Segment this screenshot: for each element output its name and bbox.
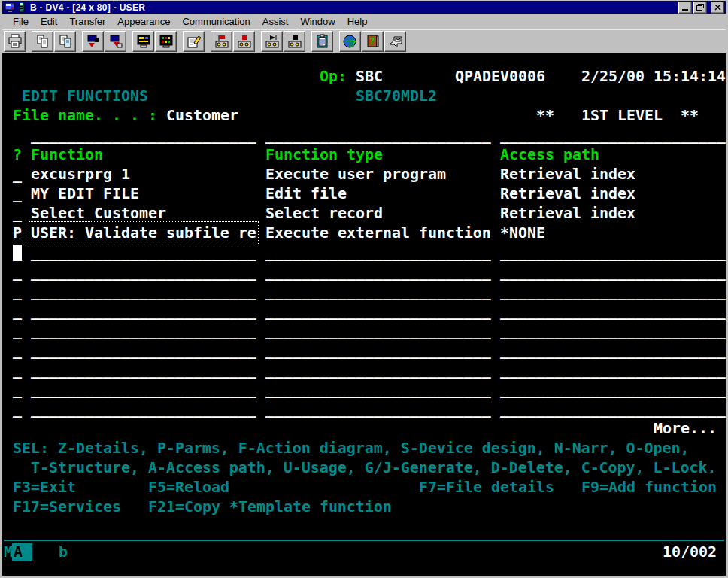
- sel-field[interactable]: _: [13, 360, 22, 380]
- toolbar-notepad-pencil-button[interactable]: [183, 31, 205, 52]
- toolbar-paste-button[interactable]: [54, 31, 76, 52]
- sel-options-line-2: T-Structure, A-Access path, U-Usage, G/J…: [31, 458, 717, 478]
- field-line[interactable]: _________________________: [500, 321, 726, 341]
- app-icon: [4, 2, 15, 13]
- sel-field[interactable]: _: [13, 204, 22, 224]
- sel-field[interactable]: _: [13, 341, 22, 360]
- play-stop-icon: [287, 34, 302, 49]
- function-type-column-header: Function type: [265, 145, 383, 165]
- field-line[interactable]: _________________________: [500, 341, 726, 360]
- close-button[interactable]: [711, 2, 724, 14]
- menu-edit[interactable]: Edit: [35, 15, 63, 28]
- fkey-f5: F5=Reload: [148, 478, 229, 497]
- close-icon: [714, 5, 721, 11]
- terminal-screen[interactable]: M A b 10/002 Op:SBCQPADEV00062/25/00 15:…: [2, 53, 726, 576]
- sel-options-line-1: SEL: Z-Details, P-Parms, F-Action diagra…: [13, 439, 690, 458]
- field-line[interactable]: _________________________: [31, 282, 256, 302]
- toolbar-send-file-button[interactable]: [82, 31, 104, 52]
- menu-window[interactable]: Window: [294, 15, 341, 28]
- paste-icon: [58, 34, 73, 49]
- toolbar-record-start-button[interactable]: [211, 31, 232, 52]
- access-path-column-header: Access path: [500, 145, 599, 165]
- fkey-f9: F9=Add function: [581, 478, 717, 497]
- field-line[interactable]: _________________________: [265, 243, 491, 263]
- field-line[interactable]: _________________________: [31, 360, 256, 380]
- field-line[interactable]: _________________________: [265, 282, 491, 302]
- send-file-icon: [86, 34, 101, 49]
- field-line[interactable]: _________________________: [265, 302, 491, 321]
- menu-communication[interactable]: Communication: [176, 15, 256, 28]
- field-line[interactable]: _________________________: [31, 243, 256, 263]
- toolbar-display-colors-button[interactable]: [132, 31, 154, 52]
- function-name: USER: Validate subfile re: [31, 224, 256, 243]
- field-line[interactable]: _________________________: [265, 341, 491, 360]
- function-type: Select record: [265, 204, 383, 224]
- sel-field[interactable]: _: [13, 243, 22, 263]
- sel-field[interactable]: _: [13, 321, 22, 341]
- minimize-button[interactable]: [678, 2, 692, 14]
- menu-assist[interactable]: Assist: [256, 15, 295, 28]
- op-label: Op:: [320, 67, 347, 87]
- field-line[interactable]: _________________________: [31, 263, 256, 282]
- toolbar-clipboard-button[interactable]: [311, 31, 333, 52]
- field-line[interactable]: _________________________: [500, 360, 726, 380]
- field-line[interactable]: _________________________: [31, 302, 256, 321]
- field-line[interactable]: _________________________: [265, 263, 491, 282]
- svg-text:?: ?: [350, 38, 356, 49]
- clipboard-icon: [315, 34, 330, 49]
- menu-transfer[interactable]: Transfer: [63, 15, 111, 28]
- sel-field[interactable]: _: [13, 184, 22, 204]
- menu-appearance[interactable]: Appearance: [111, 15, 176, 28]
- column-rule: _________________________: [500, 126, 726, 145]
- op-value: SBC: [356, 67, 383, 87]
- field-line[interactable]: _________________________: [500, 380, 726, 400]
- toolbar-help-index-button[interactable]: ?: [362, 31, 384, 52]
- toolbar-color-map-button[interactable]: [155, 31, 177, 52]
- restore-button[interactable]: [693, 2, 707, 14]
- function-name: MY EDIT FILE: [31, 184, 139, 204]
- sel-field[interactable]: _: [13, 380, 22, 400]
- field-line[interactable]: _________________________: [31, 400, 256, 419]
- field-line[interactable]: _________________________: [500, 400, 726, 419]
- sel-field[interactable]: _: [13, 302, 22, 321]
- record-start-icon: [214, 34, 229, 49]
- sel-field[interactable]: _: [13, 165, 22, 184]
- field-line[interactable]: _________________________: [31, 380, 256, 400]
- column-rule: _________________________: [31, 126, 256, 145]
- sel-field[interactable]: _: [13, 263, 22, 282]
- level-stars-left: **: [536, 106, 554, 126]
- field-line[interactable]: _________________________: [265, 360, 491, 380]
- toolbar-print-button[interactable]: [4, 31, 26, 52]
- toolbar-internet-help-button[interactable]: ?: [339, 31, 361, 52]
- sel-field[interactable]: P: [13, 224, 22, 243]
- field-line[interactable]: _________________________: [500, 263, 726, 282]
- field-line[interactable]: _________________________: [500, 243, 726, 263]
- toolbar-copy-button[interactable]: [32, 31, 53, 52]
- display-colors-icon: [136, 34, 151, 49]
- toolbar-play-stop-button[interactable]: [284, 31, 305, 52]
- field-line[interactable]: _________________________: [31, 321, 256, 341]
- toolbar-receive-file-button[interactable]: [105, 31, 126, 52]
- function-type: Edit file: [265, 184, 347, 204]
- send-message-icon: [388, 34, 403, 49]
- sel-field[interactable]: _: [13, 282, 22, 302]
- field-line[interactable]: _________________________: [31, 341, 256, 360]
- field-line[interactable]: _________________________: [265, 400, 491, 419]
- menu-help[interactable]: Help: [341, 15, 374, 28]
- window-title: B - DV4 - [24 x 80] - USER: [30, 2, 678, 13]
- sel-field[interactable]: _: [13, 400, 22, 419]
- toolbar-send-message-button[interactable]: [384, 31, 406, 52]
- field-line[interactable]: _________________________: [265, 380, 491, 400]
- title-bar[interactable]: B - DV4 - [24 x 80] - USER: [2, 1, 726, 14]
- fkey-f17: F17=Services: [13, 497, 121, 517]
- restore-icon: [696, 4, 704, 11]
- toolbar-play-button[interactable]: [261, 31, 283, 52]
- field-line[interactable]: _________________________: [500, 282, 726, 302]
- receive-file-icon: [108, 34, 123, 49]
- toolbar-record-stop-button[interactable]: [233, 31, 255, 52]
- field-line[interactable]: _________________________: [500, 302, 726, 321]
- field-line[interactable]: _________________________: [265, 321, 491, 341]
- function-column-header: Function: [31, 145, 103, 165]
- menu-file[interactable]: File: [7, 15, 35, 28]
- session-icon: [16, 2, 27, 13]
